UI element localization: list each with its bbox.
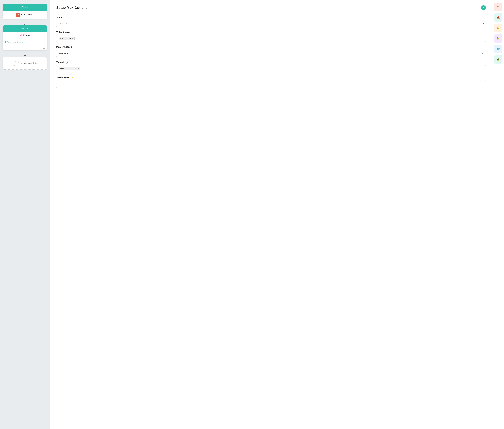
trash-icon[interactable]: 🗑 [43,47,45,49]
config-title: Setup Mux Options [56,6,88,10]
s3-icon: S3 [16,13,20,17]
video-source-field-group: Video Source AWS S3 URL × [56,31,486,42]
token-id-label: Token Id 🔒 [56,61,486,64]
step1-block: Step 1 MUX MUX + Setup Mux Options 🗑 [3,26,47,50]
token-id-input[interactable]: 8fd5......................ca × [56,65,486,72]
token-secret-label: Token Secret 🔒 [56,76,486,79]
connector-arrow-2 [24,55,26,57]
connector-arrow [24,24,26,25]
connector-2 [24,51,26,57]
mux-logo: MUX [19,34,24,37]
master-access-field[interactable]: temporary + [56,50,486,57]
master-access-field-group: Master Access temporary + [56,46,486,57]
info-button[interactable]: i [481,5,486,10]
sidebar-item-tra1[interactable]: 📤 [494,13,503,22]
step1-plus-icon: + [5,41,6,44]
config-panel: Setup Mux Options i Action Create asset … [50,0,492,429]
master-access-label: Master Access [56,46,486,48]
token-secret-field[interactable]: •••••••••••••••••••••••••••• [56,80,486,88]
step1-header: Step 1 [3,26,47,32]
token-secret-field-group: Token Secret 🔒 •••••••••••••••••••••••••… [56,76,486,88]
sidebar-item-twitter[interactable]: 🐦 [494,45,503,53]
sidebar-item-tran2[interactable]: 🦜 [494,34,503,43]
action-field-group: Action Create asset ▾ [56,16,486,27]
token-secret-lock-icon: 🔒 [71,76,74,79]
trigger-service-name: S3 STORAGE [21,14,34,16]
sidebar-item-s3[interactable]: S3 [494,3,503,11]
trigger-body: S3 S3 STORAGE [3,10,47,19]
step1-action-label[interactable]: Setup Mux Options [7,41,23,43]
workflow-panel: Trigger S3 S3 STORAGE Step 1 MUX MUX + S… [0,0,50,429]
action-select-wrapper[interactable]: Create asset ▾ [56,20,486,27]
connector-1 [24,19,26,25]
trigger-block: Trigger S3 S3 STORAGE [3,4,47,19]
step1-service-name: MUX [26,34,30,36]
token-id-tag-remove-icon[interactable]: × [78,68,79,70]
step1-service: MUX MUX [3,32,47,39]
connector-line-2 [25,51,25,55]
sidebar-item-extra[interactable]: 🐢 [494,55,503,63]
trigger-header: Trigger [3,4,47,10]
step1-footer: 🗑 [3,45,47,50]
connector-line [25,19,25,24]
token-id-tag[interactable]: 8fd5......................ca × [59,67,80,70]
video-source-label: Video Source [56,31,486,33]
token-id-field-group: Token Id 🔒 8fd5......................ca … [56,61,486,72]
step1-action[interactable]: + Setup Mux Options [3,39,47,45]
sidebar-item-media[interactable]: 🔓 [494,24,503,32]
video-source-input[interactable]: AWS S3 URL × [56,35,486,42]
master-access-plus-icon[interactable]: + [482,52,483,55]
sidebar-right: S3 📤 🔓 🦜 🐦 🐢 [492,0,504,429]
drop-circle [12,61,16,66]
aws-s3-url-tag[interactable]: AWS S3 URL × [59,37,75,40]
action-select[interactable]: Create asset [56,20,486,27]
master-access-value: temporary [59,52,68,55]
tag-remove-icon[interactable]: × [72,37,73,39]
drop-text: Drop here to add step [18,62,38,64]
drop-zone[interactable]: Drop here to add step [3,57,47,70]
action-label: Action [56,16,486,19]
token-id-lock-icon: 🔒 [66,61,69,64]
config-header: Setup Mux Options i [56,5,486,13]
